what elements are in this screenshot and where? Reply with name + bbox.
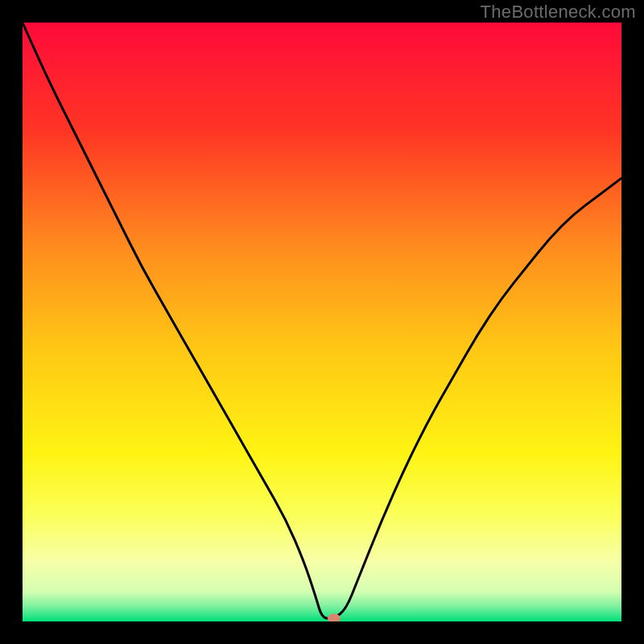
chart-background	[23, 23, 621, 621]
chart-svg	[23, 23, 621, 621]
watermark-text: TheBottleneck.com	[481, 2, 636, 23]
plot-area	[23, 23, 621, 621]
figure-root: TheBottleneck.com	[0, 0, 644, 644]
